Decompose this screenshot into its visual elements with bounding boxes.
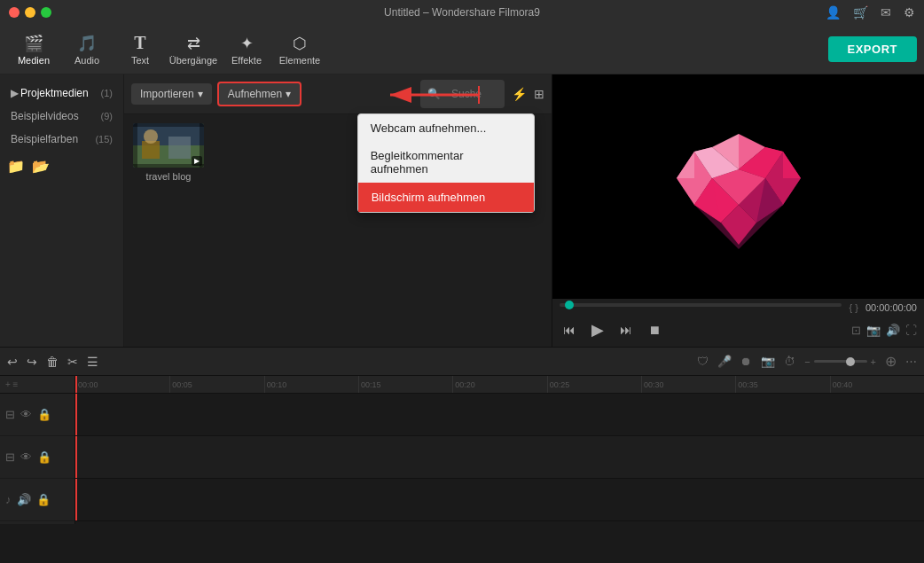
beispielvideos-label: Beispielvideos bbox=[11, 110, 101, 122]
play-button[interactable]: ▶ bbox=[588, 318, 607, 341]
snapshot-icon[interactable]: 📷 bbox=[866, 324, 881, 337]
preview-panel: { } 00:00:00:00 ⏮ ▶ ⏭ ⏹ ⊡ 📷 🔊 ⛶ bbox=[552, 74, 924, 347]
add-media-icon[interactable]: 📂 bbox=[32, 158, 50, 175]
close-button[interactable] bbox=[9, 7, 20, 18]
media-toolbar-right: 🔍 ⚡ ⊞ bbox=[420, 80, 544, 108]
control-buttons: ⏮ ▶ ⏭ ⏹ ⊡ 📷 🔊 ⛶ bbox=[560, 317, 917, 343]
pip-icon[interactable]: ⊡ bbox=[851, 324, 861, 337]
timeline: ↩ ↪ 🗑 ✂ ☰ 🛡 🎤 ⏺ 📷 ⏱ − + ⊕ ⋯ bbox=[0, 347, 924, 524]
timer-icon[interactable]: ⏱ bbox=[784, 355, 795, 368]
stop-button[interactable]: ⏹ bbox=[645, 321, 664, 339]
tool-audio[interactable]: 🎵 Audio bbox=[60, 27, 114, 72]
audio-volume-icon[interactable]: 🔊 bbox=[17, 493, 31, 506]
zoom-thumb[interactable] bbox=[846, 357, 855, 366]
dropdown-item-begleit[interactable]: Begleitkommentar aufnehmen bbox=[358, 142, 534, 183]
add-track-icon[interactable]: ⊕ bbox=[885, 353, 897, 370]
import-label: Importieren bbox=[140, 88, 194, 100]
ruler-mark-3: 00:15 bbox=[358, 376, 452, 393]
zoom-track[interactable] bbox=[814, 360, 867, 363]
playhead[interactable] bbox=[75, 376, 77, 393]
media-panel: Importieren ▾ Aufnehmen ▾ Webcam aufnehm… bbox=[124, 74, 552, 347]
traffic-lights bbox=[9, 7, 51, 18]
track-lane-audio[interactable] bbox=[75, 479, 924, 521]
grid-view-icon[interactable]: ⊞ bbox=[534, 87, 544, 101]
list-icon[interactable]: ☰ bbox=[87, 355, 98, 369]
track2-grid-icon[interactable]: ⊟ bbox=[5, 450, 15, 464]
snapshot2-icon[interactable]: ⏺ bbox=[740, 355, 752, 368]
search-icon: 🔍 bbox=[427, 88, 441, 100]
tracks-area: 00:00 00:05 00:10 00:15 00:20 00:25 00:3… bbox=[75, 376, 924, 524]
track2-eye-icon[interactable]: 👁 bbox=[20, 450, 32, 464]
mic-icon[interactable]: 🎤 bbox=[717, 355, 732, 368]
more-icon[interactable]: ⋯ bbox=[905, 355, 917, 368]
user-icon[interactable]: 👤 bbox=[826, 5, 841, 20]
main-toolbar: 🎬 Medien 🎵 Audio T Text ⇄ Übergänge ✦ Ef… bbox=[0, 25, 924, 74]
ruler-mark-6: 00:30 bbox=[641, 376, 735, 393]
ruler-mark-8: 00:40 bbox=[830, 376, 924, 393]
forward-button[interactable]: ⏭ bbox=[616, 321, 636, 339]
tool-effekte[interactable]: ✦ Effekte bbox=[220, 27, 273, 72]
track-lane-1[interactable] bbox=[75, 394, 924, 436]
track-lane-2[interactable] bbox=[75, 436, 924, 479]
delete-icon[interactable]: 🗑 bbox=[46, 355, 59, 369]
mail-icon[interactable]: ✉ bbox=[881, 5, 891, 20]
tool-medien[interactable]: 🎬 Medien bbox=[7, 27, 60, 72]
svg-marker-22 bbox=[783, 152, 801, 178]
tool-text[interactable]: T Text bbox=[114, 27, 167, 72]
media-item-travelblog[interactable]: ▶ travel blog bbox=[133, 123, 204, 182]
redo-icon[interactable]: ↪ bbox=[27, 355, 37, 369]
aufnehmen-button[interactable]: Aufnehmen ▾ bbox=[217, 82, 301, 106]
preview-controls: { } 00:00:00:00 ⏮ ▶ ⏭ ⏹ ⊡ 📷 🔊 ⛶ bbox=[552, 299, 924, 347]
cut-icon[interactable]: ✂ bbox=[67, 355, 78, 369]
maximize-button[interactable] bbox=[41, 7, 51, 18]
track-ctrl-1: ⊟ 👁 🔒 bbox=[0, 394, 74, 436]
progress-bar[interactable] bbox=[560, 303, 842, 307]
ruler-mark-4: 00:20 bbox=[452, 376, 546, 393]
dropdown-item-bildschirm[interactable]: Bildschirm aufnehmen bbox=[358, 183, 534, 212]
titlebar-actions: 👤 🛒 ✉ ⚙ bbox=[826, 5, 915, 20]
track1-grid-icon[interactable]: ⊟ bbox=[5, 408, 15, 421]
dropdown-item-webcam[interactable]: Webcam aufnehmen... bbox=[358, 114, 534, 142]
audio-lock-icon[interactable]: 🔒 bbox=[36, 493, 51, 506]
sidebar-item-beispielfarben[interactable]: Beispielfarben (15) bbox=[0, 128, 123, 151]
track-ctrl-audio: ♪ 🔊 🔒 bbox=[0, 479, 74, 521]
track2-lock-icon[interactable]: 🔒 bbox=[37, 450, 51, 464]
sidebar-item-beispielvideos[interactable]: Beispielvideos (9) bbox=[0, 105, 123, 128]
add-video-track[interactable]: + ≡ bbox=[0, 376, 74, 393]
track1-lock-icon[interactable]: 🔒 bbox=[37, 408, 51, 421]
cart-icon[interactable]: 🛒 bbox=[853, 5, 868, 20]
search-container: 🔍 bbox=[420, 80, 505, 108]
sidebar-item-projektmedien[interactable]: ▶ Projektmedien (1) bbox=[0, 82, 123, 105]
fullscreen-icon[interactable]: ⛶ bbox=[905, 324, 917, 337]
zoom-in-icon[interactable]: + bbox=[871, 356, 876, 367]
travel-blog-label: travel blog bbox=[146, 171, 192, 182]
settings-icon[interactable]: ⚙ bbox=[904, 5, 915, 20]
preview-heart-svg bbox=[650, 98, 827, 276]
preview-video bbox=[552, 74, 924, 299]
record-icon[interactable]: 📷 bbox=[761, 355, 775, 368]
undo-icon[interactable]: ↩ bbox=[7, 355, 18, 369]
import-button[interactable]: Importieren ▾ bbox=[131, 83, 212, 105]
add-folder-icon[interactable]: 📁 bbox=[7, 158, 25, 175]
track1-eye-icon[interactable]: 👁 bbox=[20, 408, 32, 421]
ctrl-right: ⊡ 📷 🔊 ⛶ bbox=[851, 324, 917, 337]
timeline-body: + ≡ ⊟ 👁 🔒 ⊟ 👁 🔒 ♪ 🔊 🔒 bbox=[0, 376, 924, 524]
rewind-button[interactable]: ⏮ bbox=[560, 321, 579, 339]
zoom-out-icon[interactable]: − bbox=[804, 356, 810, 367]
aufnehmen-dropdown: Webcam aufnehmen... Begleitkommentar auf… bbox=[357, 113, 535, 213]
aufnehmen-chevron-icon: ▾ bbox=[286, 88, 291, 100]
export-button[interactable]: EXPORT bbox=[828, 36, 917, 62]
webcam-label: Webcam aufnehmen... bbox=[371, 121, 487, 135]
progress-handle[interactable] bbox=[565, 301, 574, 309]
tool-uebergaenge[interactable]: ⇄ Übergänge bbox=[167, 27, 220, 72]
volume-icon[interactable]: 🔊 bbox=[886, 324, 900, 337]
effekte-label: Effekte bbox=[231, 55, 262, 66]
search-input[interactable] bbox=[444, 83, 497, 105]
shield-icon[interactable]: 🛡 bbox=[697, 355, 709, 368]
ruler-marks: 00:00 00:05 00:10 00:15 00:20 00:25 00:3… bbox=[75, 376, 924, 393]
add-track-label: + ≡ bbox=[5, 379, 18, 389]
minimize-button[interactable] bbox=[25, 7, 35, 18]
filter-icon[interactable]: ⚡ bbox=[512, 87, 527, 101]
tool-elemente[interactable]: ⬡ Elemente bbox=[273, 27, 326, 72]
travel-blog-thumbnail: ▶ bbox=[133, 123, 204, 168]
